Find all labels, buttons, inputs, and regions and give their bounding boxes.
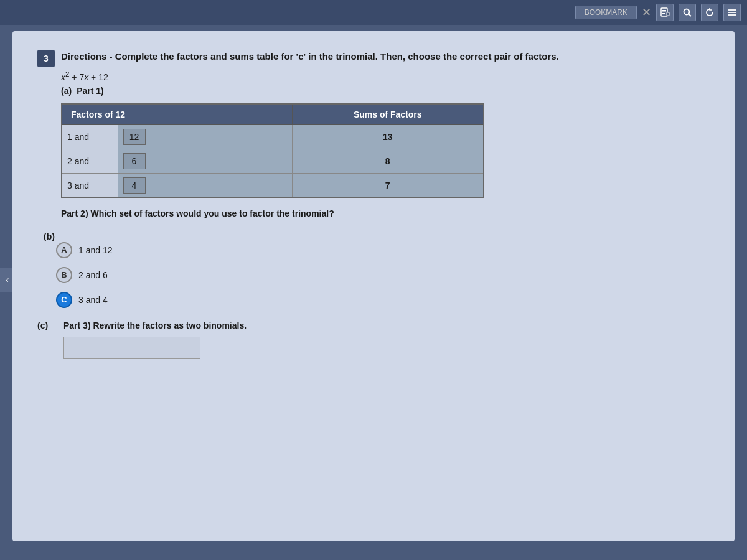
sum-value-3[interactable]: 7 <box>292 173 484 198</box>
sums-header: Sums of Factors <box>292 104 484 125</box>
option-a-letter: A <box>61 245 67 254</box>
sum-value-2[interactable]: 8 <box>292 149 484 173</box>
table-row: 3 and 4 7 <box>62 173 484 198</box>
answer-options: A 1 and 12 B 2 and 6 C 3 and 4 <box>56 242 710 308</box>
factor-label-1: 1 and <box>62 124 118 149</box>
directions-text: Directions - Complete the factors and su… <box>61 50 559 63</box>
bookmark-button[interactable]: BOOKMARK <box>575 6 637 19</box>
option-c-text: 3 and 4 <box>78 295 108 305</box>
factor-value-3[interactable]: 4 <box>118 173 292 198</box>
sum-value-1[interactable]: 13 <box>292 124 484 149</box>
table-row: 1 and 12 13 <box>62 124 484 149</box>
svg-point-5 <box>684 9 690 15</box>
option-b-letter: B <box>61 270 67 279</box>
menu-icon-button[interactable] <box>723 4 741 21</box>
factors-sums-table: Factors of 12 Sums of Factors 1 and 12 1… <box>61 103 484 198</box>
option-circle-b[interactable]: B <box>56 267 72 283</box>
option-a-text: 1 and 12 <box>78 245 113 255</box>
factor-value-1[interactable]: 12 <box>118 124 292 149</box>
svg-rect-2 <box>662 12 666 12</box>
option-circle-c[interactable]: C <box>56 292 72 308</box>
factors-header: Factors of 12 <box>62 104 292 125</box>
option-b-text: 2 and 6 <box>78 270 108 280</box>
part-c-label: (c) <box>37 320 56 330</box>
part3-content: Part 3) Rewrite the factors as two binom… <box>63 320 710 359</box>
factor-box-1[interactable]: 12 <box>123 129 146 145</box>
search-icon-button[interactable] <box>679 4 696 21</box>
svg-rect-4 <box>667 12 669 16</box>
part3-text: Part 3) Rewrite the factors as two binom… <box>63 320 710 330</box>
close-icon[interactable]: ✕ <box>642 6 651 19</box>
part-a-label: (a) <box>61 86 72 96</box>
notes-icon-button[interactable] <box>656 4 674 21</box>
factor-box-2[interactable]: 6 <box>123 153 146 169</box>
factor-value-2[interactable]: 6 <box>118 149 292 173</box>
table-row: 2 and 6 8 <box>62 149 484 173</box>
factor-label-3: 3 and <box>62 173 118 198</box>
svg-line-6 <box>689 14 692 17</box>
main-content: 3 Directions - Complete the factors and … <box>12 31 735 541</box>
part1-label: Part 1) <box>77 86 104 96</box>
option-row-c[interactable]: C 3 and 4 <box>56 292 710 308</box>
factor-box-3[interactable]: 4 <box>123 177 146 194</box>
option-circle-a[interactable]: A <box>56 242 72 258</box>
svg-rect-1 <box>662 10 666 11</box>
svg-rect-3 <box>662 13 665 14</box>
question-number-badge: 3 <box>37 50 55 67</box>
trinomial-expression: x2 + 7x + 12 <box>61 70 710 82</box>
option-row-b[interactable]: B 2 and 6 <box>56 267 710 283</box>
refresh-icon-button[interactable] <box>701 4 718 21</box>
part2-question-text: Part 2) Which set of factors would you u… <box>61 208 710 218</box>
option-c-letter: C <box>61 295 67 304</box>
part-b-label: (b) <box>44 231 55 241</box>
top-bar: BOOKMARK ✕ <box>0 0 747 25</box>
factor-label-2: 2 and <box>62 149 118 173</box>
part-c-section: (c) Part 3) Rewrite the factors as two b… <box>37 320 710 359</box>
binomial-input[interactable] <box>63 337 200 359</box>
option-row-a[interactable]: A 1 and 12 <box>56 242 710 258</box>
